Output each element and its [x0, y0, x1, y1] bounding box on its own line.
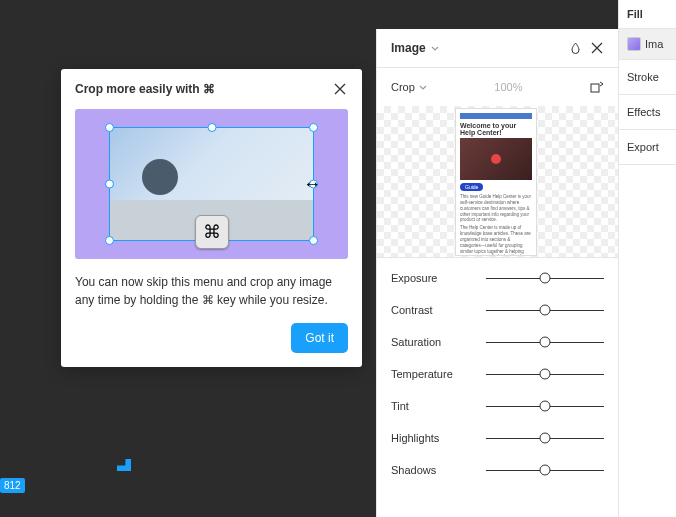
fill-image-row[interactable]: Ima — [619, 29, 676, 60]
image-swatch-icon — [627, 37, 641, 51]
crop-tip-popover: Crop more easily with ⌘ ↔ ⌘ You can now … — [61, 69, 362, 367]
command-key-icon: ⌘ — [195, 215, 229, 249]
canvas-shape — [117, 459, 131, 471]
slider-knob[interactable] — [540, 337, 551, 348]
tip-illustration: ↔ ⌘ — [75, 109, 348, 259]
slider-knob[interactable] — [540, 433, 551, 444]
contrast-slider[interactable] — [486, 310, 604, 311]
highlights-slider[interactable] — [486, 438, 604, 439]
slider-label: Shadows — [391, 464, 486, 476]
section-fill[interactable]: Fill — [619, 0, 676, 29]
svg-rect-0 — [591, 84, 599, 92]
section-effects[interactable]: Effects — [619, 95, 676, 130]
image-panel: Image Crop 100% Welcome to your Help Cen… — [376, 29, 618, 517]
slider-knob[interactable] — [540, 273, 551, 284]
temperature-slider[interactable] — [486, 374, 604, 375]
tip-title: Crop more easily with ⌘ — [75, 82, 215, 96]
chevron-down-icon — [419, 85, 427, 90]
slider-label: Exposure — [391, 272, 486, 284]
slider-knob[interactable] — [540, 465, 551, 476]
image-preview[interactable]: Welcome to your Help Center! Guide This … — [377, 106, 618, 258]
blend-mode-icon[interactable] — [568, 41, 582, 55]
panel-title[interactable]: Image — [391, 41, 560, 55]
image-thumbnail: Welcome to your Help Center! Guide This … — [455, 108, 537, 256]
slider-label: Contrast — [391, 304, 486, 316]
section-export[interactable]: Export — [619, 130, 676, 165]
adjustment-sliders: Exposure Contrast Saturation Temperature… — [377, 258, 618, 490]
right-sidebar: Fill Ima Stroke Effects Export — [618, 0, 676, 517]
resize-arrow-icon: ↔ — [303, 174, 321, 195]
slider-knob[interactable] — [540, 305, 551, 316]
got-it-button[interactable]: Got it — [291, 323, 348, 353]
saturation-slider[interactable] — [486, 342, 604, 343]
tint-slider[interactable] — [486, 406, 604, 407]
slider-knob[interactable] — [540, 401, 551, 412]
chevron-down-icon — [431, 46, 439, 51]
close-icon[interactable] — [332, 81, 348, 97]
shadows-slider[interactable] — [486, 470, 604, 471]
slider-label: Saturation — [391, 336, 486, 348]
rotate-icon[interactable] — [590, 80, 604, 94]
dimension-badge: 812 — [0, 478, 25, 493]
slider-label: Highlights — [391, 432, 486, 444]
slider-label: Tint — [391, 400, 486, 412]
tip-body: You can now skip this menu and crop any … — [61, 259, 362, 323]
crop-value[interactable]: 100% — [435, 81, 582, 93]
exposure-slider[interactable] — [486, 278, 604, 279]
slider-knob[interactable] — [540, 369, 551, 380]
section-stroke[interactable]: Stroke — [619, 60, 676, 95]
crop-mode-dropdown[interactable]: Crop — [391, 81, 427, 93]
close-icon[interactable] — [590, 41, 604, 55]
slider-label: Temperature — [391, 368, 486, 380]
